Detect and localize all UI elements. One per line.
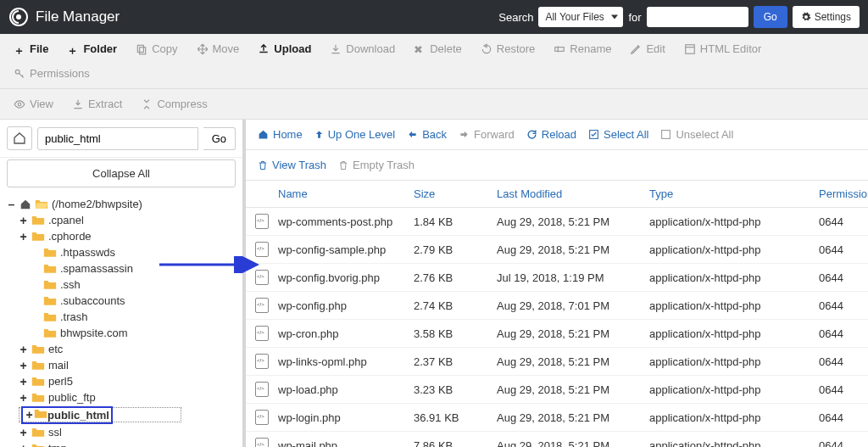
svg-rect-2 — [137, 45, 143, 52]
delete-button[interactable]: ✖Delete — [405, 37, 470, 60]
nav-forward[interactable]: Forward — [459, 128, 515, 141]
edit-button[interactable]: Edit — [621, 37, 673, 60]
nav-home[interactable]: Home — [258, 128, 303, 141]
folder-icon — [31, 443, 45, 447]
expand-icon[interactable]: + — [19, 231, 28, 243]
file-row[interactable]: wp-links-opml.php2.37 KBAug 29, 2018, 5:… — [246, 348, 868, 376]
view-button[interactable]: View — [5, 92, 62, 115]
unselect-all[interactable]: Unselect All — [660, 128, 733, 141]
search-bar: Search All Your Files for Go Settings — [498, 6, 860, 28]
permissions-button[interactable]: Permissions — [5, 62, 98, 85]
tree-item[interactable]: .htpasswds — [7, 244, 236, 260]
home-button[interactable] — [7, 126, 32, 150]
move-button[interactable]: Move — [188, 37, 248, 60]
file-type: application/x-httpd-php — [646, 271, 815, 284]
php-file-icon — [255, 438, 269, 447]
search-label: Search — [498, 11, 533, 24]
search-input[interactable] — [647, 7, 748, 27]
file-row[interactable]: wp-mail.php7.86 KBAug 29, 2018, 5:21 PMa… — [246, 432, 868, 447]
tree-item[interactable]: +.cpanel — [7, 212, 236, 228]
tree-item[interactable]: .spamassassin — [7, 260, 236, 277]
search-scope-select[interactable]: All Your Files — [538, 7, 623, 27]
folder-button[interactable]: ＋Folder — [58, 37, 125, 60]
php-file-icon — [255, 326, 269, 341]
download-button[interactable]: Download — [321, 37, 403, 60]
checkbox-checked-icon — [588, 129, 599, 140]
expand-icon[interactable]: + — [19, 344, 28, 355]
file-row[interactable]: wp-comments-post.php1.84 KBAug 29, 2018,… — [246, 208, 868, 236]
tree-item[interactable]: +.cphorde — [7, 228, 236, 244]
search-go-button[interactable]: Go — [754, 6, 787, 28]
compress-button[interactable]: Compress — [132, 92, 215, 115]
file-size: 2.79 KB — [410, 243, 493, 256]
tree-root[interactable]: – (/home2/bhwpsite) — [7, 196, 236, 212]
rename-button[interactable]: Rename — [545, 37, 620, 60]
select-all[interactable]: Select All — [588, 128, 648, 141]
file-size: 7.86 KB — [410, 439, 493, 448]
tree-item[interactable]: +etc — [7, 341, 236, 357]
tree-item[interactable]: .subaccounts — [7, 293, 236, 309]
tree-item-label: .trash — [60, 310, 88, 323]
col-modified[interactable]: Last Modified — [493, 187, 646, 200]
file-row[interactable]: wp-config-sample.php2.79 KBAug 29, 2018,… — [246, 236, 868, 264]
file-row[interactable]: wp-cron.php3.58 KBAug 29, 2018, 5:21 PMa… — [246, 320, 868, 348]
copy-button[interactable]: Copy — [127, 37, 186, 60]
tree-item[interactable]: +perl5 — [7, 373, 236, 389]
settings-button[interactable]: Settings — [793, 6, 860, 28]
col-type[interactable]: Type — [646, 187, 815, 200]
file-row[interactable]: wp-config.bvorig.php2.76 KBJul 19, 2018,… — [246, 264, 868, 292]
restore-button[interactable]: Restore — [472, 37, 544, 60]
folder-icon — [43, 247, 57, 258]
expand-icon[interactable]: + — [19, 443, 28, 448]
tree-item-label: public_html — [47, 409, 109, 422]
col-size[interactable]: Size — [410, 187, 493, 200]
extract-button[interactable]: Extract — [64, 92, 131, 115]
file-row[interactable]: wp-login.php36.91 KBAug 29, 2018, 5:21 P… — [246, 404, 868, 432]
file-row[interactable]: wp-config.php2.74 KBAug 29, 2018, 7:01 P… — [246, 292, 868, 320]
file-type: application/x-httpd-php — [646, 439, 815, 448]
tree-item[interactable]: +ssl — [7, 424, 236, 440]
tree-item[interactable]: .ssh — [7, 277, 236, 293]
app-title: File Manager — [36, 8, 120, 25]
cpanel-icon — [8, 7, 29, 27]
tree-item-label: ssl — [48, 426, 62, 439]
view-trash[interactable]: View Trash — [258, 159, 326, 171]
expand-icon[interactable]: + — [19, 215, 28, 226]
expand-icon[interactable]: + — [19, 376, 28, 388]
collapse-icon[interactable]: – — [7, 198, 16, 210]
grid-header: Name Size Last Modified Type Permissions — [246, 181, 868, 208]
expand-icon[interactable]: + — [19, 427, 28, 439]
file-type: application/x-httpd-php — [646, 383, 815, 396]
col-permissions[interactable]: Permissions — [815, 187, 868, 200]
file-permissions: 0644 — [815, 271, 868, 284]
expand-icon[interactable]: + — [19, 392, 28, 404]
tree-item[interactable]: +public_ftp — [7, 389, 236, 405]
expand-icon[interactable]: + — [25, 409, 34, 421]
expand-icon[interactable]: + — [19, 360, 28, 372]
main-toolbar: ＋File ＋Folder Copy Move Upload Download … — [0, 34, 868, 89]
tree-item[interactable]: .trash — [7, 309, 236, 325]
file-row[interactable]: wp-load.php3.23 KBAug 29, 2018, 5:21 PMa… — [246, 376, 868, 404]
php-file-icon — [255, 298, 269, 313]
tree-item[interactable]: +tmp — [7, 440, 236, 447]
html-editor-button[interactable]: HTML Editor — [676, 37, 770, 60]
col-name[interactable]: Name — [275, 187, 410, 200]
plus-icon: ＋ — [14, 43, 25, 55]
folder-icon — [43, 263, 57, 274]
path-input[interactable] — [37, 127, 198, 150]
file-button[interactable]: ＋File — [5, 37, 57, 60]
folder-icon — [31, 376, 45, 387]
copy-icon — [136, 43, 147, 55]
path-go-button[interactable]: Go — [203, 127, 236, 150]
collapse-all-button[interactable]: Collapse All — [7, 159, 236, 187]
nav-reload[interactable]: Reload — [526, 128, 576, 141]
nav-up[interactable]: Up One Level — [314, 128, 396, 141]
nav-back[interactable]: Back — [407, 128, 447, 141]
file-type: application/x-httpd-php — [646, 327, 815, 340]
trash-icon — [258, 159, 268, 171]
tree-item[interactable]: bhwpsite.com — [7, 325, 236, 341]
tree-item[interactable]: +mail — [7, 357, 236, 373]
tree-item[interactable]: +public_html — [7, 405, 236, 424]
empty-trash[interactable]: Empty Trash — [338, 159, 415, 171]
upload-button[interactable]: Upload — [249, 37, 320, 60]
